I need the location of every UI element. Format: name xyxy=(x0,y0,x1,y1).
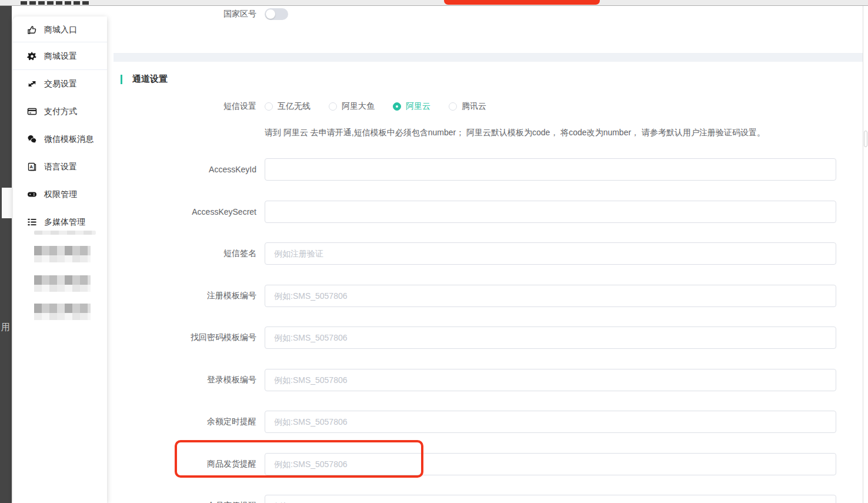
annotation-red-bar xyxy=(444,0,600,5)
sms-help-text: 请到 阿里云 去申请开通,短信模板中必须包含number； 阿里云默认模板为co… xyxy=(265,128,765,138)
radio-option-label: 腾讯云 xyxy=(462,101,486,112)
sms-provider-options: 互亿无线 阿里大鱼 阿里云 腾讯云 xyxy=(265,101,486,112)
radio-icon xyxy=(449,102,457,111)
section-accent-bar xyxy=(121,75,122,84)
credit-card-icon xyxy=(27,106,37,116)
radio-option-阿里云[interactable]: 阿里云 xyxy=(393,101,430,112)
section-header: 通道设置 xyxy=(121,74,168,85)
sidebar-item-7[interactable]: 权限管理 xyxy=(13,181,107,208)
scrollbar-track[interactable] xyxy=(863,6,868,503)
field-label: 余额定时提醒 xyxy=(113,417,256,427)
field-label: 找回密码模板编号 xyxy=(113,332,256,343)
form-field-row-4: 注册模板编号 xyxy=(113,285,863,307)
field-input[interactable] xyxy=(265,411,836,433)
redacted-sidebar-item[interactable] xyxy=(34,246,91,262)
radio-option-label: 互亿无线 xyxy=(278,101,311,112)
field-input[interactable] xyxy=(265,285,836,307)
field-label: AccessKeySecret xyxy=(113,207,256,216)
form-field-row-2: AccessKeySecret xyxy=(113,201,863,223)
sidebar-item-3[interactable]: 交易设置 xyxy=(13,70,107,98)
form-field-row-7: 余额定时提醒 xyxy=(113,411,863,433)
form-field-row-3: 短信签名 xyxy=(113,242,863,265)
form-field-row-9: 会员充值提醒 xyxy=(113,495,863,503)
redacted-divider xyxy=(34,231,96,235)
rail-text-fragment: 用 xyxy=(1,321,10,333)
field-input[interactable] xyxy=(265,327,836,349)
sidebar-item-1[interactable]: 商城入口 xyxy=(13,18,107,42)
sms-setting-label: 短信设置 xyxy=(113,101,256,112)
list-icon xyxy=(27,217,37,227)
radio-icon xyxy=(329,102,337,111)
sidebar-item-2[interactable]: 商城设置 xyxy=(13,42,107,70)
app-window: 用 商城入口 商城设置 交易设置 支付方式 微信模板消息 A 语言设置 权限管理… xyxy=(0,0,868,503)
form-field-row-6: 登录模板编号 xyxy=(113,369,863,391)
field-input[interactable] xyxy=(265,369,836,391)
wechat-icon xyxy=(27,134,37,144)
section-separator-band xyxy=(113,53,863,62)
sms-provider-row: 短信设置 互亿无线 阿里大鱼 阿里云 腾讯云 xyxy=(113,101,486,112)
field-input[interactable] xyxy=(265,201,836,223)
clipped-tab-title-fragment xyxy=(21,1,90,5)
radio-option-label: 阿里大鱼 xyxy=(342,101,375,112)
radio-icon xyxy=(265,102,273,111)
toggle-knob xyxy=(266,9,275,19)
country-code-toggle[interactable] xyxy=(265,8,288,20)
redacted-sidebar-item[interactable] xyxy=(34,275,91,292)
thumb-up-icon xyxy=(27,25,37,35)
sidebar-item-label: 多媒体管理 xyxy=(44,217,85,228)
field-label: 注册模板编号 xyxy=(113,291,256,301)
gear-icon xyxy=(27,51,37,61)
radio-icon xyxy=(393,102,401,111)
sidebar-item-6[interactable]: A 语言设置 xyxy=(13,153,107,181)
sidebar-item-label: 权限管理 xyxy=(44,189,77,200)
field-label: 商品发货提醒 xyxy=(113,459,256,469)
sidebar-item-label: 交易设置 xyxy=(44,79,77,89)
sidebar-item-5[interactable]: 微信模板消息 xyxy=(13,125,107,153)
field-input[interactable] xyxy=(265,158,836,181)
sidebar-item-label: 商城设置 xyxy=(44,51,77,62)
country-code-row: 国家区号 xyxy=(113,8,288,20)
language-icon: A xyxy=(27,162,37,172)
field-input[interactable] xyxy=(265,495,836,503)
radio-option-label: 阿里云 xyxy=(406,101,430,112)
field-label: 会员充值提醒 xyxy=(113,501,256,503)
country-code-label: 国家区号 xyxy=(113,9,256,19)
settings-content: 国家区号 通道设置 短信设置 互亿无线 阿里大鱼 阿里云 腾讯云 请到 阿里云 … xyxy=(113,6,863,503)
settings-sidebar: 商城入口 商城设置 交易设置 支付方式 微信模板消息 A 语言设置 权限管理 多… xyxy=(13,16,107,503)
radio-option-互亿无线[interactable]: 互亿无线 xyxy=(265,101,311,112)
scrollbar-thumb[interactable] xyxy=(864,131,867,147)
section-title: 通道设置 xyxy=(132,74,168,85)
sidebar-menu: 商城入口 商城设置 交易设置 支付方式 微信模板消息 A 语言设置 权限管理 多… xyxy=(13,16,107,236)
field-label: 短信签名 xyxy=(113,248,256,259)
sidebar-item-label: 商城入口 xyxy=(44,25,77,35)
browser-tab-strip xyxy=(0,0,868,6)
sidebar-item-label: 支付方式 xyxy=(44,106,77,117)
field-input[interactable] xyxy=(265,242,836,265)
field-input[interactable] xyxy=(265,453,836,475)
radio-option-阿里大鱼[interactable]: 阿里大鱼 xyxy=(329,101,375,112)
sidebar-item-4[interactable]: 支付方式 xyxy=(13,98,107,125)
form-field-row-5: 找回密码模板编号 xyxy=(113,327,863,349)
form-fields: AccessKeyId AccessKeySecret 短信签名 注册模板编号 … xyxy=(113,158,863,503)
collapsed-nav-rail[interactable]: 用 xyxy=(0,6,12,503)
field-label: 登录模板编号 xyxy=(113,375,256,385)
form-field-row-1: AccessKeyId xyxy=(113,158,863,181)
form-field-row-8: 商品发货提醒 xyxy=(113,453,863,475)
radio-option-腾讯云[interactable]: 腾讯云 xyxy=(449,101,486,112)
field-label: AccessKeyId xyxy=(113,165,256,174)
redacted-sidebar-item[interactable] xyxy=(34,304,91,320)
sidebar-item-label: 语言设置 xyxy=(44,162,77,172)
rail-notch xyxy=(2,188,12,218)
svg-text:A: A xyxy=(30,164,34,169)
exchange-arrows-icon xyxy=(27,79,37,89)
permission-icon xyxy=(27,189,37,199)
sidebar-item-label: 微信模板消息 xyxy=(44,134,94,145)
